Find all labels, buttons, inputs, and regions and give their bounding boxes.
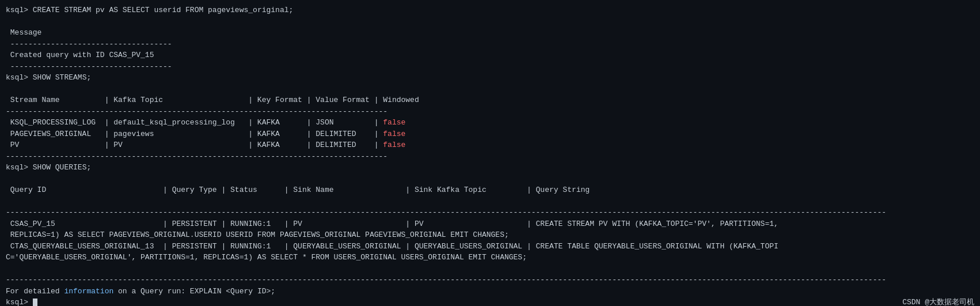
line-sep-4: ----------------------------------------… — [6, 151, 974, 163]
line-1: ksql> CREATE STREAM pv AS SELECT userid … — [6, 5, 974, 16]
line-stream-1: KSQL_PROCESSING_LOG | default_ksql_proce… — [6, 117, 974, 129]
prompt-cursor: ksql> — [6, 298, 33, 306]
cmd-show-streams: SHOW STREAMS; — [33, 73, 91, 82]
line-stream-3: PV | PV | KAFKA | DELIMITED | false — [6, 139, 974, 151]
line-queries-header: Query ID | Query Type | Status | Sink Na… — [6, 184, 974, 196]
line-query-1a: CSAS_PV_15 | PERSISTENT | RUNNING:1 | PV… — [6, 218, 974, 230]
terminal-cursor — [33, 299, 37, 306]
line-sep-3: ----------------------------------------… — [6, 106, 974, 118]
info-link: information — [64, 287, 113, 296]
line-blank-1 — [6, 16, 974, 28]
windowed-1: false — [383, 118, 405, 127]
watermark: CSDN @大数据老司机 — [902, 297, 974, 307]
prompt-1: ksql> — [6, 6, 33, 14]
line-streams-header: Stream Name | Kafka Topic | Key Format |… — [6, 95, 974, 106]
line-sep-6: ----------------------------------------… — [6, 274, 974, 286]
cmd-show-queries: SHOW QUERIES; — [33, 163, 91, 172]
cmd-1: CREATE STREAM pv AS SELECT userid FROM p… — [33, 6, 293, 14]
line-sep-2: ------------------------------------ — [6, 61, 974, 73]
line-stream-2: PAGEVIEWS_ORIGINAL | pageviews | KAFKA |… — [6, 129, 974, 140]
windowed-2: false — [383, 130, 405, 138]
terminal-window: ksql> CREATE STREAM pv AS SELECT userid … — [0, 0, 980, 306]
line-blank-4 — [6, 196, 974, 207]
line-message: Message — [6, 27, 974, 39]
line-blank-5 — [6, 263, 974, 275]
line-cursor: ksql> — [6, 297, 974, 306]
line-sep-1: ------------------------------------ — [6, 39, 974, 50]
prompt-3: ksql> — [6, 163, 33, 172]
line-query-2a: CTAS_QUERYABLE_USERS_ORIGINAL_13 | PERSI… — [6, 241, 974, 252]
line-blank-2 — [6, 84, 974, 95]
line-show-streams: ksql> SHOW STREAMS; — [6, 72, 974, 84]
line-blank-3 — [6, 173, 974, 185]
line-show-queries: ksql> SHOW QUERIES; — [6, 162, 974, 173]
windowed-3: false — [383, 141, 405, 149]
line-info: For detailed information on a Query run:… — [6, 286, 974, 297]
prompt-2: ksql> — [6, 73, 33, 82]
line-created: Created query with ID CSAS_PV_15 — [6, 50, 974, 61]
line-query-2b: C='QUERYABLE_USERS_ORIGINAL', PARTITIONS… — [6, 252, 974, 263]
line-query-1b: REPLICAS=1) AS SELECT PAGEVIEWS_ORIGINAL… — [6, 229, 974, 241]
line-sep-5: ----------------------------------------… — [6, 207, 974, 218]
